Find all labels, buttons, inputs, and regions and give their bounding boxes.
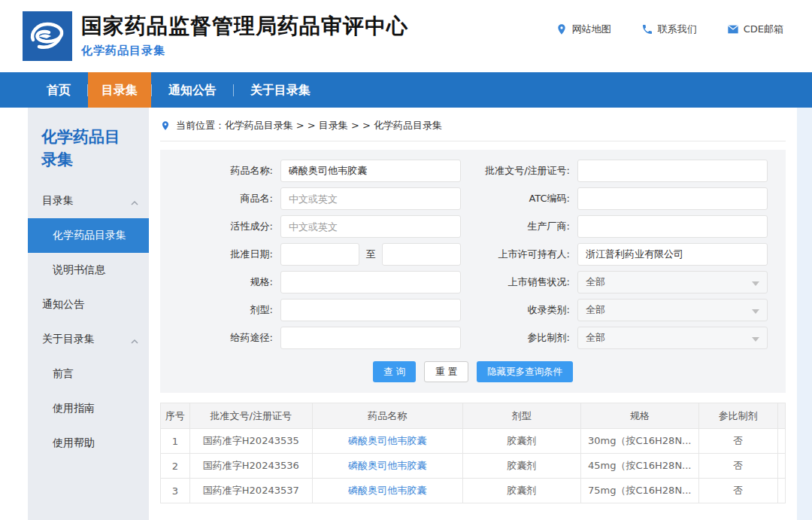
content-area: 当前位置 : 化学药品目录集 > > 目录集 > > 化学药品目录集 药品名称:… [149,108,797,520]
reference-select[interactable]: 全部 [577,327,768,349]
route-label: 给药途径: [160,331,273,345]
cell-reference: 否 [698,454,777,479]
button-row: 查 询 重 置 隐藏更多查询条件 [160,361,786,382]
col-gutter [777,403,785,429]
manufacturer-label: 生产厂商: [461,220,570,233]
table-row: 3 国药准字H20243537 磷酸奥司他韦胶囊 胶囊剂 75mg（按C16H2… [161,479,786,503]
sidebar-title: 化学药品目录集 [28,108,149,184]
sitemap-link-label: 网站地图 [572,23,611,36]
cell-seq: 1 [161,429,190,454]
dosage-form-input[interactable] [280,299,461,321]
chevron-down-icon [752,337,759,342]
reference-label: 参比制剂: [461,331,570,345]
category-select[interactable]: 全部 [577,299,768,321]
cell-reference: 否 [698,479,777,503]
search-panel: 药品名称: 批准文号/注册证号: 商品名: ATC编码: 活性成分: 生产厂商:… [160,150,786,393]
sidebar-item-insert-info[interactable]: 说明书信息 [28,253,149,287]
sidebar-item-chemical-catalog[interactable]: 化学药品目录集 [28,218,149,253]
cell-approval: 国药准字H20243536 [189,454,312,479]
active-ingredient-label: 活性成分: [160,220,273,233]
approval-no-label: 批准文号/注册证号: [461,164,570,178]
sidebar-item-user-guide[interactable]: 使用指南 [28,391,149,426]
cell-dosage-form: 胶囊剂 [462,454,580,479]
site-title: 国家药品监督管理局药品审评中心 [81,14,408,38]
approval-no-input[interactable] [577,160,768,182]
drug-name-link[interactable]: 磷酸奥司他韦胶囊 [312,479,462,503]
hide-more-filters-button[interactable]: 隐藏更多查询条件 [477,361,573,382]
cell-seq: 3 [161,479,190,503]
site-subtitle: 化学药品目录集 [81,44,408,58]
nav-item-about[interactable]: 关于目录集 [234,72,327,108]
drug-name-link[interactable]: 磷酸奥司他韦胶囊 [312,454,462,479]
approval-date-end-input[interactable] [382,243,461,266]
cell-seq: 2 [161,454,190,479]
sidebar-item-preface[interactable]: 前言 [28,357,149,391]
brand-block: 国家药品监督管理局药品审评中心 化学药品目录集 [81,14,408,57]
approval-date-label: 批准日期: [160,248,273,261]
manufacturer-input[interactable] [577,215,768,238]
cell-dosage-form: 胶囊剂 [462,429,580,454]
drug-name-label: 药品名称: [160,164,273,178]
cell-approval: 国药准字H20243535 [189,429,312,454]
sidebar-item-label: 使用帮助 [53,436,95,450]
cell-approval: 国药准字H20243537 [189,479,312,503]
col-drug-name: 药品名称 [312,403,462,429]
spec-label: 规格: [160,275,273,289]
atc-code-label: ATC编码: [461,192,570,205]
sidebar-item-label: 关于目录集 [42,333,95,346]
cell-gutter [777,479,785,503]
license-holder-label: 上市许可持有人: [461,248,570,261]
search-button[interactable]: 查 询 [373,361,416,382]
sitemap-link[interactable]: 网站地图 [556,23,611,36]
table-header-row: 序号 批准文号/注册证号 药品名称 剂型 规格 参比制剂 [161,403,786,429]
sidebar-item-label: 目录集 [42,194,74,208]
breadcrumb-text: 当前位置 : 化学药品目录集 > > 目录集 > > 化学药品目录集 [176,119,442,132]
cell-dosage-form: 胶囊剂 [462,479,580,503]
spec-input[interactable] [280,271,461,293]
route-input[interactable] [280,327,461,349]
active-ingredient-input[interactable] [280,215,461,238]
trade-name-label: 商品名: [160,192,273,205]
location-pin-icon [556,23,568,35]
cell-spec: 75mg（按C16H28N... [580,479,698,503]
license-holder-input[interactable] [577,243,768,266]
col-approval: 批准文号/注册证号 [189,403,312,429]
reset-button[interactable]: 重 置 [424,361,468,382]
drug-name-link[interactable]: 磷酸奥司他韦胶囊 [312,429,462,454]
approval-date-start-input[interactable] [280,243,359,266]
sidebar-item-notices[interactable]: 通知公告 [28,287,149,322]
market-status-label: 上市销售状况: [461,275,570,289]
nav-item-catalog[interactable]: 目录集 [88,72,151,108]
table-row: 2 国药准字H20243536 磷酸奥司他韦胶囊 胶囊剂 45mg（按C16H2… [161,454,786,479]
nav-item-notices[interactable]: 通知公告 [152,72,233,108]
site-header: 国家药品监督管理局药品审评中心 化学药品目录集 网站地图 联系我们 CDE邮箱 [0,0,812,72]
drug-name-input[interactable] [280,160,461,182]
cde-mail-link-label: CDE邮箱 [744,23,783,36]
col-spec: 规格 [580,403,698,429]
location-pin-icon [160,120,171,131]
chevron-down-icon [752,281,759,286]
market-status-select[interactable]: 全部 [577,271,768,293]
cell-gutter [777,429,785,454]
nav-item-home[interactable]: 首页 [30,72,87,108]
reference-value: 全部 [586,332,605,343]
main-area: 化学药品目录集 目录集 化学药品目录集 说明书信息 通知公告 关于目录集 前言 … [0,108,797,520]
results-table: 序号 批准文号/注册证号 药品名称 剂型 规格 参比制剂 1 国药准字H2024… [160,403,786,503]
cde-mail-link[interactable]: CDE邮箱 [727,23,783,36]
sidebar-item-about[interactable]: 关于目录集 [28,322,149,357]
market-status-value: 全部 [586,276,605,287]
cell-spec: 30mg（按C16H28N... [580,429,698,454]
col-dosage-form: 剂型 [462,403,580,429]
cde-logo-icon [23,11,72,61]
sidebar-item-catalog[interactable]: 目录集 [28,184,149,218]
contact-link[interactable]: 联系我们 [641,23,697,36]
contact-link-label: 联系我们 [658,23,697,36]
trade-name-input[interactable] [280,187,461,210]
table-row: 1 国药准字H20243535 磷酸奥司他韦胶囊 胶囊剂 30mg（按C16H2… [161,429,786,454]
sidebar-item-help[interactable]: 使用帮助 [28,426,149,461]
cell-reference: 否 [698,429,777,454]
chevron-up-icon [131,336,138,343]
envelope-icon [727,23,739,35]
header-links: 网站地图 联系我们 CDE邮箱 [556,23,783,36]
atc-code-input[interactable] [577,187,768,210]
